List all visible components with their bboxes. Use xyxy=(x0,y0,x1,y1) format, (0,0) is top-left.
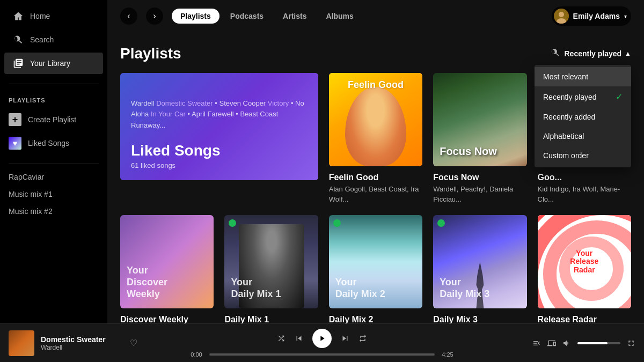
controls-buttons xyxy=(277,329,367,348)
top-bar: ‹ › Playlists Podcasts Artists Albums Em… xyxy=(107,0,644,32)
card-subtitle-good-vibes: Kid Indigo, Ira Wolf, Marie-Clo... xyxy=(538,184,631,204)
queue-button[interactable] xyxy=(532,339,541,348)
sidebar-create-label: Create Playlist xyxy=(28,115,76,124)
dropdown-label-recently-played: Recently played xyxy=(543,93,597,101)
liked-songs-title-overlay: Liked Songs xyxy=(131,142,308,159)
content-area: Playlists Recently played ▲ Most relevan… xyxy=(107,32,644,323)
card-daily-mix-2[interactable]: YourDaily Mix 2 Daily Mix 2 The Serious … xyxy=(329,215,422,323)
card-image-focus-now: Focus Now xyxy=(433,73,526,166)
filter-dropdown: Most relevant Recently played ✓ Recently… xyxy=(535,65,631,167)
extra-controls xyxy=(507,339,635,348)
card-discover-weekly[interactable]: YourDiscoverWeekly Discover Weekly Made … xyxy=(120,215,214,323)
prev-button[interactable] xyxy=(294,334,304,343)
add-icon: + xyxy=(9,113,21,126)
card-title-daily-mix-3: Daily Mix 3 xyxy=(433,315,526,323)
dropdown-label-most-relevant: Most relevant xyxy=(543,72,588,81)
card-daily-mix-1[interactable]: YourDaily Mix 1 Daily Mix 1 Gene Evaro J… xyxy=(224,215,318,323)
card-title-focus-now: Focus Now xyxy=(433,173,526,182)
track-name: Domestic Sweater xyxy=(41,335,123,344)
svg-point-1 xyxy=(559,12,564,17)
dropdown-item-most-relevant[interactable]: Most relevant xyxy=(535,67,631,86)
card-title-daily-mix-1: Daily Mix 1 xyxy=(224,315,318,323)
sidebar-item-musicmix1[interactable]: Music mix #1 xyxy=(0,186,107,203)
shuffle-button[interactable] xyxy=(277,334,286,343)
dropdown-label-recently-added: Recently added xyxy=(543,113,595,121)
sidebar-home-label: Home xyxy=(30,12,50,20)
devices-button[interactable] xyxy=(547,339,556,348)
nav-tabs: Playlists Podcasts Artists Albums xyxy=(172,9,362,24)
home-icon xyxy=(13,11,24,21)
dropdown-item-alphabetical[interactable]: Alphabetical xyxy=(535,127,631,146)
sidebar-item-rapcaviar[interactable]: RapCaviar xyxy=(0,168,107,186)
card-title-discover-weekly: Discover Weekly xyxy=(120,315,214,323)
tab-albums[interactable]: Albums xyxy=(317,9,362,24)
tab-playlists[interactable]: Playlists xyxy=(172,9,219,24)
player-controls: 0:00 4:25 xyxy=(146,329,498,358)
chevron-down-icon: ▾ xyxy=(624,13,627,19)
sidebar-item-library[interactable]: Your Library xyxy=(4,53,103,74)
sidebar-section-playlists: PLAYLISTS xyxy=(0,93,107,108)
card-title-feelin-good: Feelin Good xyxy=(329,173,422,182)
volume-area xyxy=(577,342,620,344)
card-title-release-radar: Release Radar xyxy=(538,315,631,323)
card-subtitle-focus-now: Wardell, Peachy!, Daniela Picciau... xyxy=(433,184,526,204)
heart-icon: ♥ xyxy=(9,137,21,150)
bottom-player: Domestic Sweater Wardell ♡ 0:00 xyxy=(0,323,644,362)
card-image-daily-mix-2: YourDaily Mix 2 xyxy=(329,215,422,308)
sidebar-liked-songs[interactable]: ♥ Liked Songs xyxy=(0,131,107,155)
card-liked-songs[interactable]: Wardell Domestic Sweater • Steven Cooper… xyxy=(120,73,318,204)
track-thumbnail xyxy=(9,330,34,356)
card-title-daily-mix-2: Daily Mix 2 xyxy=(329,315,422,323)
tab-podcasts[interactable]: Podcasts xyxy=(222,9,272,24)
library-icon xyxy=(13,58,24,69)
sidebar-item-musicmix2[interactable]: Music mix #2 xyxy=(0,203,107,220)
check-icon: ✓ xyxy=(616,92,623,102)
content-header: Playlists Recently played ▲ Most relevan… xyxy=(120,45,631,62)
back-button[interactable]: ‹ xyxy=(120,8,137,25)
sidebar: Home Search Your Library PLAYLISTS + Cre… xyxy=(0,0,107,323)
sidebar-item-search[interactable]: Search xyxy=(4,29,103,50)
volume-track[interactable] xyxy=(577,342,620,344)
dropdown-item-recently-added[interactable]: Recently added xyxy=(535,107,631,127)
search-icon xyxy=(13,34,24,45)
card-subtitle-feelin-good: Alan Gogoll, Beast Coast, Ira Wolf... xyxy=(329,184,422,204)
user-name: Emily Adams xyxy=(573,12,620,20)
search-filter-icon[interactable] xyxy=(551,48,560,60)
progress-track[interactable] xyxy=(209,353,435,356)
total-time: 4:25 xyxy=(439,351,456,358)
sidebar-liked-label: Liked Songs xyxy=(28,139,69,147)
sidebar-create-playlist[interactable]: + Create Playlist xyxy=(0,108,107,131)
volume-fill xyxy=(577,342,608,344)
dropdown-label-custom-order: Custom order xyxy=(543,151,589,160)
card-image-discover-weekly: YourDiscoverWeekly xyxy=(120,215,214,308)
card-focus-now[interactable]: Focus Now Focus Now Wardell, Peachy!, Da… xyxy=(433,73,526,204)
user-menu[interactable]: Emily Adams ▾ xyxy=(552,6,631,26)
filter-area: Recently played ▲ Most relevant Recently… xyxy=(551,48,632,60)
forward-button[interactable]: › xyxy=(146,8,163,25)
card-image-daily-mix-1: YourDaily Mix 1 xyxy=(224,215,318,308)
sidebar-divider-2 xyxy=(9,164,99,164)
card-release-radar[interactable]: YourReleaseRadar Release Radar Made for … xyxy=(538,215,631,323)
card-feelin-good[interactable]: Feelin Good Feelin Good Alan Gogoll, Bea… xyxy=(329,73,422,204)
tab-artists[interactable]: Artists xyxy=(274,9,315,24)
card-image-feelin-good: Feelin Good xyxy=(329,73,422,166)
sidebar-item-home[interactable]: Home xyxy=(4,5,103,27)
sidebar-divider xyxy=(9,84,99,84)
fullscreen-button[interactable] xyxy=(627,339,635,348)
sidebar-search-label: Search xyxy=(30,35,54,44)
card-daily-mix-3[interactable]: YourDaily Mix 3 Daily Mix 3 Marie-Clo, N… xyxy=(433,215,526,323)
liked-songs-count-overlay: 61 liked songs xyxy=(131,161,308,169)
card-image-daily-mix-3: YourDaily Mix 3 xyxy=(433,215,526,308)
dropdown-label-alphabetical: Alphabetical xyxy=(543,132,584,141)
next-button[interactable] xyxy=(340,334,350,343)
filter-button[interactable]: Recently played ▲ xyxy=(565,49,632,58)
now-playing: Domestic Sweater Wardell ♡ xyxy=(9,330,137,356)
playlist-grid-2: YourDiscoverWeekly Discover Weekly Made … xyxy=(120,215,631,323)
play-button[interactable] xyxy=(312,329,332,348)
repeat-button[interactable] xyxy=(358,334,367,343)
volume-button[interactable] xyxy=(562,339,571,348)
dropdown-item-recently-played[interactable]: Recently played ✓ xyxy=(535,86,631,107)
dropdown-item-custom-order[interactable]: Custom order xyxy=(535,146,631,165)
like-button[interactable]: ♡ xyxy=(130,338,137,348)
track-info: Domestic Sweater Wardell xyxy=(41,335,123,351)
